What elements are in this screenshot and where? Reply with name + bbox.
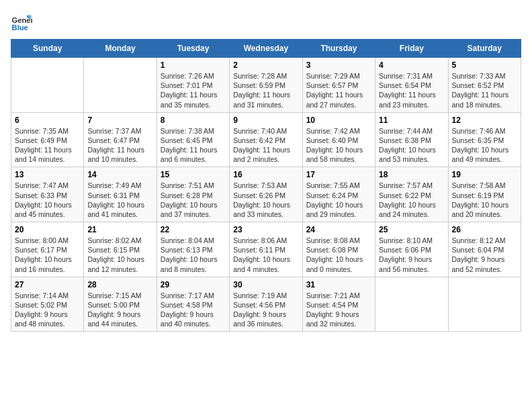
header-monday: Monday	[84, 40, 157, 58]
day-number: 2	[233, 60, 298, 70]
calendar-cell: 23Sunrise: 8:06 AM Sunset: 6:11 PM Dayli…	[230, 222, 302, 277]
day-detail: Sunrise: 8:08 AM Sunset: 6:08 PM Dayligh…	[306, 236, 371, 274]
day-detail: Sunrise: 7:21 AM Sunset: 4:54 PM Dayligh…	[306, 291, 371, 329]
calendar-cell	[84, 58, 157, 113]
day-detail: Sunrise: 8:02 AM Sunset: 6:15 PM Dayligh…	[87, 236, 152, 274]
calendar-cell: 5Sunrise: 7:33 AM Sunset: 6:52 PM Daylig…	[448, 58, 521, 113]
day-number: 19	[452, 170, 517, 179]
calendar-cell	[11, 58, 84, 113]
calendar-cell: 21Sunrise: 8:02 AM Sunset: 6:15 PM Dayli…	[84, 222, 157, 277]
header-tuesday: Tuesday	[157, 40, 229, 58]
day-number: 26	[452, 225, 517, 234]
logo: General Blue	[11, 11, 35, 32]
calendar-cell: 1Sunrise: 7:26 AM Sunset: 7:01 PM Daylig…	[157, 58, 229, 113]
page-header: General Blue	[11, 11, 521, 32]
day-detail: Sunrise: 7:51 AM Sunset: 6:28 PM Dayligh…	[161, 181, 226, 219]
week-row-2: 6Sunrise: 7:35 AM Sunset: 6:49 PM Daylig…	[11, 112, 521, 167]
header-thursday: Thursday	[302, 40, 375, 58]
day-number: 12	[452, 116, 517, 125]
day-detail: Sunrise: 7:42 AM Sunset: 6:40 PM Dayligh…	[306, 126, 371, 165]
day-detail: Sunrise: 7:26 AM Sunset: 7:01 PM Dayligh…	[161, 71, 226, 109]
day-number: 18	[379, 170, 444, 179]
calendar-cell: 24Sunrise: 8:08 AM Sunset: 6:08 PM Dayli…	[302, 222, 375, 277]
day-number: 16	[233, 170, 298, 179]
day-detail: Sunrise: 8:00 AM Sunset: 6:17 PM Dayligh…	[15, 236, 80, 274]
calendar-cell	[448, 277, 521, 332]
day-detail: Sunrise: 7:35 AM Sunset: 6:49 PM Dayligh…	[15, 126, 80, 165]
day-number: 21	[87, 225, 152, 234]
day-detail: Sunrise: 8:12 AM Sunset: 6:04 PM Dayligh…	[452, 236, 517, 274]
day-detail: Sunrise: 7:38 AM Sunset: 6:45 PM Dayligh…	[161, 126, 226, 165]
calendar-cell: 18Sunrise: 7:57 AM Sunset: 6:22 PM Dayli…	[375, 167, 448, 222]
logo-icon: General Blue	[11, 11, 32, 32]
calendar-cell: 20Sunrise: 8:00 AM Sunset: 6:17 PM Dayli…	[11, 222, 84, 277]
calendar-body: 1Sunrise: 7:26 AM Sunset: 7:01 PM Daylig…	[11, 58, 521, 332]
svg-text:Blue: Blue	[12, 24, 28, 32]
day-detail: Sunrise: 8:06 AM Sunset: 6:11 PM Dayligh…	[233, 236, 298, 274]
day-number: 17	[306, 170, 371, 179]
day-detail: Sunrise: 7:15 AM Sunset: 5:00 PM Dayligh…	[87, 291, 152, 329]
day-detail: Sunrise: 7:53 AM Sunset: 6:26 PM Dayligh…	[233, 181, 298, 219]
header-row: SundayMondayTuesdayWednesdayThursdayFrid…	[11, 40, 521, 58]
day-detail: Sunrise: 7:37 AM Sunset: 6:47 PM Dayligh…	[87, 126, 152, 165]
day-number: 23	[233, 225, 298, 234]
calendar-cell: 12Sunrise: 7:46 AM Sunset: 6:35 PM Dayli…	[448, 112, 521, 167]
day-detail: Sunrise: 7:55 AM Sunset: 6:24 PM Dayligh…	[306, 181, 371, 219]
calendar-header: SundayMondayTuesdayWednesdayThursdayFrid…	[11, 40, 521, 58]
calendar-cell: 14Sunrise: 7:49 AM Sunset: 6:31 PM Dayli…	[84, 167, 157, 222]
calendar-cell: 31Sunrise: 7:21 AM Sunset: 4:54 PM Dayli…	[302, 277, 375, 332]
calendar-cell: 16Sunrise: 7:53 AM Sunset: 6:26 PM Dayli…	[230, 167, 302, 222]
week-row-3: 13Sunrise: 7:47 AM Sunset: 6:33 PM Dayli…	[11, 167, 521, 222]
day-detail: Sunrise: 8:10 AM Sunset: 6:06 PM Dayligh…	[379, 236, 444, 274]
day-detail: Sunrise: 7:31 AM Sunset: 6:54 PM Dayligh…	[379, 71, 444, 109]
day-number: 8	[161, 116, 226, 125]
calendar-cell: 30Sunrise: 7:19 AM Sunset: 4:56 PM Dayli…	[230, 277, 302, 332]
calendar-cell: 26Sunrise: 8:12 AM Sunset: 6:04 PM Dayli…	[448, 222, 521, 277]
calendar-cell: 3Sunrise: 7:29 AM Sunset: 6:57 PM Daylig…	[302, 58, 375, 113]
day-number: 20	[15, 225, 80, 234]
day-number: 30	[233, 280, 298, 289]
day-number: 25	[379, 225, 444, 234]
day-detail: Sunrise: 7:46 AM Sunset: 6:35 PM Dayligh…	[452, 126, 517, 165]
day-detail: Sunrise: 8:04 AM Sunset: 6:13 PM Dayligh…	[161, 236, 226, 274]
day-number: 27	[15, 280, 80, 289]
calendar-cell: 25Sunrise: 8:10 AM Sunset: 6:06 PM Dayli…	[375, 222, 448, 277]
calendar-cell: 7Sunrise: 7:37 AM Sunset: 6:47 PM Daylig…	[84, 112, 157, 167]
week-row-4: 20Sunrise: 8:00 AM Sunset: 6:17 PM Dayli…	[11, 222, 521, 277]
header-saturday: Saturday	[448, 40, 521, 58]
day-number: 4	[379, 60, 444, 70]
header-sunday: Sunday	[11, 40, 84, 58]
day-detail: Sunrise: 7:49 AM Sunset: 6:31 PM Dayligh…	[87, 181, 152, 219]
day-number: 31	[306, 280, 371, 289]
calendar-cell: 11Sunrise: 7:44 AM Sunset: 6:38 PM Dayli…	[375, 112, 448, 167]
day-number: 14	[87, 170, 152, 179]
day-detail: Sunrise: 7:28 AM Sunset: 6:59 PM Dayligh…	[233, 71, 298, 109]
day-detail: Sunrise: 7:57 AM Sunset: 6:22 PM Dayligh…	[379, 181, 444, 219]
day-detail: Sunrise: 7:58 AM Sunset: 6:19 PM Dayligh…	[452, 181, 517, 219]
calendar-cell: 19Sunrise: 7:58 AM Sunset: 6:19 PM Dayli…	[448, 167, 521, 222]
day-number: 5	[452, 60, 517, 70]
day-number: 3	[306, 60, 371, 70]
day-number: 6	[15, 116, 80, 125]
calendar-cell: 15Sunrise: 7:51 AM Sunset: 6:28 PM Dayli…	[157, 167, 229, 222]
day-number: 29	[161, 280, 226, 289]
day-detail: Sunrise: 7:19 AM Sunset: 4:56 PM Dayligh…	[233, 291, 298, 329]
day-number: 15	[161, 170, 226, 179]
calendar-table: SundayMondayTuesdayWednesdayThursdayFrid…	[11, 39, 521, 332]
day-detail: Sunrise: 7:17 AM Sunset: 4:58 PM Dayligh…	[161, 291, 226, 329]
calendar-cell: 4Sunrise: 7:31 AM Sunset: 6:54 PM Daylig…	[375, 58, 448, 113]
day-number: 1	[161, 60, 226, 70]
calendar-cell: 6Sunrise: 7:35 AM Sunset: 6:49 PM Daylig…	[11, 112, 84, 167]
day-number: 28	[87, 280, 152, 289]
day-detail: Sunrise: 7:14 AM Sunset: 5:02 PM Dayligh…	[15, 291, 80, 329]
day-number: 24	[306, 225, 371, 234]
calendar-cell: 17Sunrise: 7:55 AM Sunset: 6:24 PM Dayli…	[302, 167, 375, 222]
calendar-cell: 2Sunrise: 7:28 AM Sunset: 6:59 PM Daylig…	[230, 58, 302, 113]
calendar-cell	[375, 277, 448, 332]
day-number: 13	[15, 170, 80, 179]
calendar-cell: 29Sunrise: 7:17 AM Sunset: 4:58 PM Dayli…	[157, 277, 229, 332]
day-detail: Sunrise: 7:44 AM Sunset: 6:38 PM Dayligh…	[379, 126, 444, 165]
header-wednesday: Wednesday	[230, 40, 302, 58]
week-row-5: 27Sunrise: 7:14 AM Sunset: 5:02 PM Dayli…	[11, 277, 521, 332]
day-number: 9	[233, 116, 298, 125]
